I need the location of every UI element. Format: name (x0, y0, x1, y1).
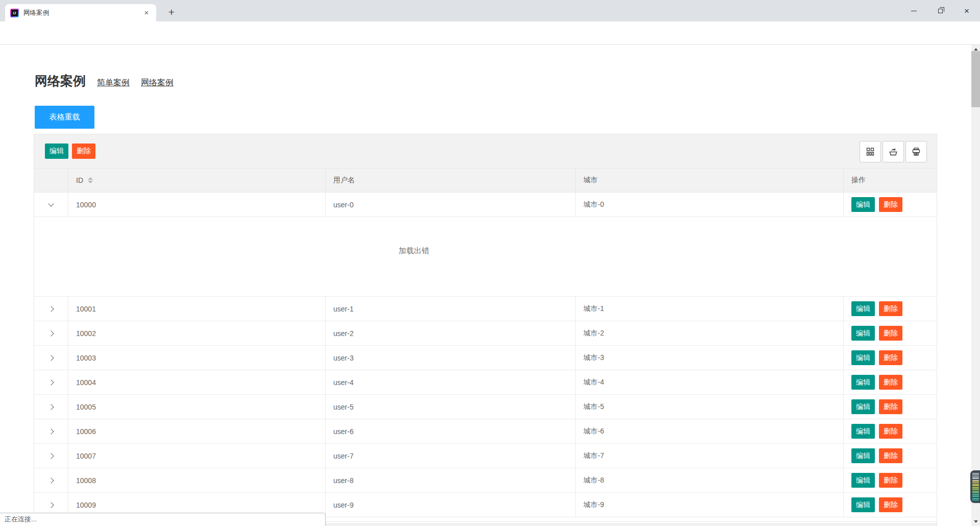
cell-username: user-1 (326, 297, 576, 321)
edge-extension-widget[interactable] (970, 470, 980, 503)
cell-operations: 编辑删除 (844, 395, 937, 419)
expand-cell (34, 395, 68, 419)
cell-operations: 编辑删除 (844, 321, 937, 345)
table-card: 编辑 删除 (34, 134, 937, 526)
scrollbar-thumb[interactable] (971, 51, 980, 107)
row-edit-button[interactable]: 编辑 (851, 497, 875, 512)
cell-city: 城市-4 (576, 370, 844, 394)
link-simple-demo[interactable]: 简单案例 (97, 78, 130, 88)
expand-cell (34, 370, 68, 394)
table-row: 10005user-5城市-5编辑删除 (34, 395, 937, 419)
row-delete-button[interactable]: 删除 (879, 301, 902, 316)
export-icon (889, 147, 898, 156)
status-text: 正在连接... (0, 513, 325, 525)
row-edit-button[interactable]: 编辑 (851, 424, 875, 439)
toolbar-edit-button[interactable]: 编辑 (45, 144, 68, 159)
browser-tab[interactable]: 网络案例 × (5, 4, 156, 21)
cell-id: 10005 (68, 395, 326, 419)
row-delete-button[interactable]: 删除 (879, 375, 902, 390)
expand-row-icon[interactable] (48, 404, 54, 410)
window-restore-button[interactable] (927, 0, 953, 21)
expand-row-icon[interactable] (48, 477, 54, 483)
expand-cell (34, 468, 68, 492)
table-row: 10006user-6城市-6编辑删除 (34, 419, 937, 444)
cell-operations: 编辑删除 (844, 193, 937, 217)
page-title: 网络案例 (35, 73, 86, 89)
page-scrollbar[interactable] (971, 45, 980, 526)
cell-username: user-7 (326, 444, 576, 468)
cell-id: 10006 (68, 419, 326, 443)
row-delete-button[interactable]: 删除 (879, 424, 902, 439)
table-row: 10004user-4城市-4编辑删除 (34, 370, 937, 395)
cell-username: user-4 (326, 370, 576, 394)
row-delete-button[interactable]: 删除 (879, 448, 902, 463)
row-edit-button[interactable]: 编辑 (851, 350, 875, 365)
cell-id: 10003 (68, 346, 326, 370)
new-tab-button[interactable]: + (164, 6, 179, 20)
row-edit-button[interactable]: 编辑 (851, 326, 875, 341)
toolbar-delete-button[interactable]: 删除 (72, 144, 95, 159)
row-delete-button[interactable]: 删除 (879, 497, 902, 512)
tab-close-icon[interactable]: × (142, 8, 151, 17)
expand-row-icon[interactable] (48, 379, 54, 385)
collapse-row-icon[interactable] (48, 201, 54, 206)
cell-operations: 编辑删除 (844, 468, 937, 492)
expand-row-icon[interactable] (48, 502, 54, 508)
expand-cell (34, 321, 68, 345)
table-reload-button[interactable]: 表格重载 (35, 106, 94, 129)
window-close-button[interactable]: × (953, 0, 980, 21)
row-delete-button[interactable]: 删除 (879, 473, 902, 488)
tab-title: 网络案例 (23, 9, 142, 17)
cell-username: user-8 (326, 468, 576, 492)
scroll-down-button[interactable] (971, 517, 980, 526)
print-button[interactable] (905, 141, 927, 162)
cell-username: user-5 (326, 395, 576, 419)
row-edit-button[interactable]: 编辑 (851, 448, 875, 463)
cell-city: 城市-6 (576, 419, 844, 443)
table-header-row: ID 用户名 城市 操作 (34, 169, 937, 193)
expand-cell (34, 419, 68, 443)
browser-navbar: ← → i localhost:63342/layui_extend_openT… (0, 21, 980, 45)
row-edit-button[interactable]: 编辑 (851, 375, 875, 390)
expand-row-icon[interactable] (48, 428, 54, 434)
export-button[interactable] (883, 141, 904, 162)
arrow-down-icon (974, 520, 978, 523)
columns-filter-button[interactable] (860, 141, 881, 162)
expand-row-icon[interactable] (48, 355, 54, 361)
sort-desc-icon[interactable] (88, 181, 93, 183)
cell-id: 10002 (68, 321, 326, 345)
link-network-demo[interactable]: 网络案例 (141, 78, 174, 88)
cell-username: user-9 (326, 493, 576, 517)
load-error-text: 加载出错 (68, 217, 760, 284)
cell-operations: 编辑删除 (844, 297, 937, 321)
row-delete-button[interactable]: 删除 (879, 326, 902, 341)
table-row: 10008user-8城市-8编辑删除 (34, 468, 937, 493)
row-delete-button[interactable]: 删除 (879, 350, 902, 365)
table-row: 10000user-0城市-0编辑删除 (34, 193, 937, 217)
table-toolbar: 编辑 删除 (34, 134, 937, 169)
row-edit-button[interactable]: 编辑 (851, 473, 875, 488)
window-minimize-button[interactable] (900, 0, 927, 21)
cell-city: 城市-9 (576, 493, 844, 517)
table-body: 10000user-0城市-0编辑删除加载出错10001user-1城市-1编辑… (34, 193, 937, 517)
header-id: ID (68, 169, 326, 192)
sort-asc-icon[interactable] (88, 177, 93, 180)
table-row: 10003user-3城市-3编辑删除 (34, 346, 937, 370)
expand-cell (34, 444, 68, 468)
cell-city: 城市-0 (576, 193, 844, 217)
row-edit-button[interactable]: 编辑 (851, 197, 875, 212)
columns-icon (866, 147, 875, 156)
row-delete-button[interactable]: 删除 (879, 399, 902, 414)
cell-id: 10001 (68, 297, 326, 321)
table-row: 10002user-2城市-2编辑删除 (34, 321, 937, 346)
row-delete-button[interactable]: 删除 (879, 197, 902, 212)
expand-row-icon[interactable] (48, 330, 54, 336)
minimize-icon (911, 11, 917, 11)
row-edit-button[interactable]: 编辑 (851, 301, 875, 316)
expand-row-icon[interactable] (48, 306, 54, 312)
cell-username: user-6 (326, 419, 576, 443)
cell-operations: 编辑删除 (844, 493, 937, 517)
row-edit-button[interactable]: 编辑 (851, 399, 875, 414)
arrow-up-icon (974, 48, 978, 51)
expand-row-icon[interactable] (48, 453, 54, 459)
